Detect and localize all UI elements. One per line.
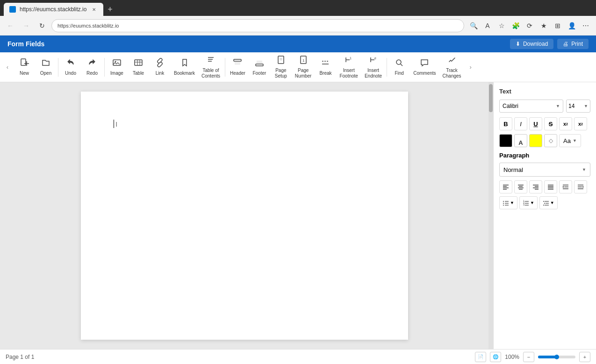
scrollbar-thumb[interactable] xyxy=(489,84,493,112)
profile-icon[interactable]: 👤 xyxy=(565,19,578,32)
aa-button[interactable]: Aa ▼ xyxy=(559,134,581,147)
download-button[interactable]: ⬇ Download xyxy=(510,39,553,49)
toolbar-break[interactable]: Break xyxy=(315,54,336,80)
svg-point-31 xyxy=(396,60,401,64)
subscript-button[interactable]: x2 xyxy=(574,117,587,130)
refresh-button[interactable]: ↻ xyxy=(36,19,49,32)
indent-right-button[interactable] xyxy=(574,180,587,193)
browser-tab-bar: https://euumcs.stackblitz.io ✕ + xyxy=(0,0,596,16)
font-row: Calibri ▼ 14 ▼ xyxy=(499,100,590,113)
superscript-button[interactable]: x2 xyxy=(559,117,572,130)
redo-icon xyxy=(87,58,97,70)
zoom-out-button[interactable]: − xyxy=(523,352,534,362)
toolbar-insert-footnote[interactable]: 1 InsertFootnote xyxy=(337,54,360,80)
toolbar-next-button[interactable]: › xyxy=(465,54,476,80)
refresh2-icon[interactable]: ⟳ xyxy=(523,19,536,32)
unordered-list-button[interactable]: ▼ xyxy=(499,196,517,209)
text-color-white[interactable]: A xyxy=(514,134,527,147)
print-button[interactable]: 🖨 Print xyxy=(557,39,589,49)
collections-icon[interactable]: ⊞ xyxy=(551,19,564,32)
indent-left-button[interactable] xyxy=(559,180,572,193)
align-right-button[interactable] xyxy=(529,180,542,193)
toolbar-track-changes[interactable]: TrackChanges xyxy=(440,54,464,80)
toolbar-image[interactable]: Image xyxy=(107,54,127,80)
browser-tab[interactable]: https://euumcs.stackblitz.io ✕ xyxy=(4,3,103,16)
align-justify-button[interactable] xyxy=(544,180,557,193)
font-name-dropdown[interactable]: Calibri ▼ xyxy=(499,100,563,113)
toolbar-footer[interactable]: Footer xyxy=(249,54,270,80)
ordered-list-button[interactable]: 1.2.3. ▼ xyxy=(519,196,538,209)
svg-text:1: 1 xyxy=(302,58,305,63)
toolbar-page-number[interactable]: 1 PageNumber xyxy=(292,54,315,80)
view-web-button[interactable]: 🌐 xyxy=(490,352,501,362)
back-button[interactable]: ← xyxy=(4,19,17,32)
toolbar-redo[interactable]: Redo xyxy=(82,54,102,80)
track-changes-icon xyxy=(447,55,457,67)
settings-icon[interactable]: ⋯ xyxy=(579,19,592,32)
align-center-button[interactable] xyxy=(514,180,527,193)
toolbar-page-setup[interactable]: PageSetup xyxy=(271,54,291,80)
italic-button[interactable]: I xyxy=(514,117,527,130)
toolbar-insert-endnote[interactable]: e InsertEndnote xyxy=(362,54,385,80)
toolbar-undo[interactable]: Undo xyxy=(60,54,81,80)
fav-icon[interactable]: ☆ xyxy=(495,19,508,32)
font-size-value: 14 xyxy=(568,103,574,109)
status-right: 📄 🌐 100% − + xyxy=(475,352,590,362)
zoom-fill xyxy=(538,356,557,358)
bold-button[interactable]: B xyxy=(499,117,512,130)
toolbar-toc[interactable]: Table ofContents xyxy=(199,54,223,80)
text-color-black[interactable] xyxy=(499,134,512,147)
extensions-icon[interactable]: 🧩 xyxy=(509,19,522,32)
paragraph-style-chevron: ▼ xyxy=(582,167,586,172)
toolbar-open[interactable]: Open xyxy=(36,54,56,80)
toolbar-link-label: Link xyxy=(156,71,164,76)
toolbar-new[interactable]: New xyxy=(14,54,35,80)
toolbar-comments[interactable]: Comments xyxy=(410,54,438,80)
forward-button[interactable]: → xyxy=(20,19,33,32)
underline-button[interactable]: U xyxy=(529,117,542,130)
text-caret: I xyxy=(115,121,117,128)
toolbar-page-number-label: PageNumber xyxy=(295,68,312,79)
document-scroll[interactable]: I xyxy=(0,82,488,349)
font-color-a: A xyxy=(518,140,523,146)
zoom-handle[interactable] xyxy=(554,355,559,359)
paragraph-style-dropdown[interactable]: Normal ▼ xyxy=(499,163,590,177)
toolbar-table[interactable]: Table xyxy=(128,54,149,80)
strikethrough-button[interactable]: S xyxy=(544,117,557,130)
align-left-button[interactable] xyxy=(499,180,512,193)
address-bar[interactable]: https://euumcs.stackblitz.io xyxy=(51,19,464,32)
font-size-dropdown[interactable]: 14 ▼ xyxy=(566,100,590,113)
view-print-button[interactable]: 📄 xyxy=(475,352,486,362)
svg-text:1: 1 xyxy=(350,57,352,60)
toolbar-header[interactable]: Header xyxy=(227,54,248,80)
tab-close-button[interactable]: ✕ xyxy=(90,6,98,13)
zoom-slider[interactable] xyxy=(538,356,575,358)
document-page[interactable]: I xyxy=(81,92,408,340)
toolbar-page-setup-label: PageSetup xyxy=(275,68,287,79)
read-mode-icon[interactable]: A xyxy=(481,19,494,32)
font-size-chevron: ▼ xyxy=(584,104,588,108)
insert-footnote-icon: 1 xyxy=(344,55,353,67)
highlight-yellow[interactable] xyxy=(529,134,542,147)
text-cursor xyxy=(114,120,114,128)
svg-point-57 xyxy=(503,203,504,204)
svg-rect-0 xyxy=(21,59,26,65)
new-tab-button[interactable]: + xyxy=(103,3,116,16)
toolbar-bookmark[interactable]: Bookmark xyxy=(171,54,198,80)
zoom-level: 100% xyxy=(505,354,519,360)
zoom-in-button[interactable]: + xyxy=(579,352,590,362)
main-layout: I Text Calibri ▼ 14 ▼ B I U S x2 xyxy=(0,82,596,349)
link-icon xyxy=(155,58,165,70)
toolbar-find[interactable]: Find xyxy=(389,54,409,80)
search-icon[interactable]: 🔍 xyxy=(467,19,480,32)
clear-format[interactable]: ◇ xyxy=(544,134,557,147)
toolbar-open-label: Open xyxy=(40,71,51,76)
multilevel-list-button[interactable]: ▼ xyxy=(539,196,558,209)
toolbar-prev-button[interactable]: ‹ xyxy=(2,54,13,80)
svg-text:e: e xyxy=(374,57,376,60)
svg-point-67 xyxy=(543,201,544,202)
scrollbar-track[interactable] xyxy=(488,82,493,349)
favorites-icon[interactable]: ★ xyxy=(537,19,550,32)
toolbar-link[interactable]: Link xyxy=(150,54,170,80)
toolbar-bookmark-label: Bookmark xyxy=(174,71,195,76)
